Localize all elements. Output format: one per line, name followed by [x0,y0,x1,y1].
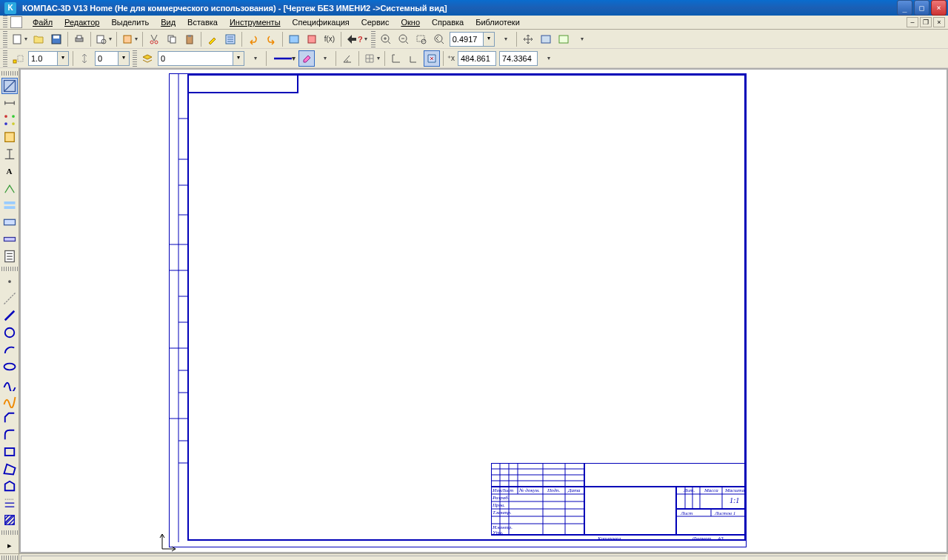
ortho-toggle[interactable] [406,50,422,67]
open-button[interactable] [30,31,47,47]
zoom-prev-button[interactable] [431,31,447,47]
property-bar[interactable] [21,556,947,560]
select-panel-btn[interactable] [1,231,18,247]
layer-more-btn[interactable] [247,50,263,67]
spline-btn[interactable] [1,376,18,392]
zoom-input[interactable] [450,33,483,46]
menu-editor[interactable]: Редактор [59,16,105,28]
layer2-input[interactable] [158,52,233,65]
copy-button[interactable] [164,31,180,47]
spec-panel-btn[interactable] [1,248,18,264]
measure-panel-btn[interactable] [1,214,18,230]
coord-x-input[interactable] [458,52,495,65]
close-button[interactable]: × [931,0,947,16]
minimize-button[interactable]: _ [897,0,912,16]
more-view-button[interactable] [573,31,590,47]
zoom-window-button[interactable] [413,31,430,47]
manager-button[interactable] [120,31,139,47]
eraser-btn[interactable] [298,50,315,67]
doc-manager-button[interactable] [304,31,320,47]
properties-button[interactable] [222,31,238,47]
geometry-panel-btn[interactable] [1,78,18,94]
redo-button[interactable] [263,31,279,47]
coord-more-btn[interactable] [540,50,556,67]
line-btn[interactable] [1,307,18,324]
mdi-minimize-button[interactable]: – [907,17,918,27]
hatch-btn[interactable] [1,512,18,528]
system-menu-icon[interactable] [10,16,22,28]
bezier-btn[interactable] [1,393,18,409]
canvas[interactable]: Изм Лист № докум. Подп. Дата Разраб. Про… [21,70,947,552]
toolbar-grip[interactable] [3,31,7,47]
variables-button[interactable]: f(x) [321,31,338,47]
menu-service[interactable]: Сервис [356,16,395,28]
edit-panel-btn[interactable] [1,129,18,145]
equid-btn[interactable] [1,495,18,511]
angle-btn[interactable] [339,50,356,67]
pan-button[interactable] [520,31,536,47]
coord-toggle[interactable] [424,50,440,67]
mdi-restore-button[interactable]: ❐ [920,17,932,27]
view-panel-btn[interactable] [1,112,18,128]
linetype-dd[interactable]: ▾ [270,50,297,67]
paste-button[interactable] [181,31,198,47]
toolbar-grip[interactable] [3,50,7,67]
brush-button[interactable] [204,31,221,47]
menu-window[interactable]: Окно [395,16,426,28]
library-button[interactable] [286,31,302,47]
menu-libs[interactable]: Библиотеки [470,16,526,28]
rect-btn[interactable] [1,444,18,460]
toolbar-grip[interactable] [133,50,137,67]
zoom-out-button[interactable] [395,31,412,47]
desig-panel-btn[interactable] [1,146,18,162]
menu-select[interactable]: Выделить [105,16,155,28]
menu-grip[interactable] [3,16,7,29]
coord-y-input[interactable] [500,52,537,65]
print-button[interactable] [71,31,87,47]
layer2-combo[interactable]: ▾ [158,51,244,66]
mdi-close-button[interactable]: × [933,17,945,27]
cut-button[interactable] [146,31,162,47]
aux-line-btn[interactable] [1,290,18,307]
text-panel-btn[interactable]: A [1,163,18,179]
grid-btn[interactable] [362,50,381,67]
toolbar-grip[interactable] [1,530,18,535]
step-btn[interactable] [76,50,93,67]
polygon-btn[interactable] [1,461,18,477]
preview-button[interactable] [94,31,113,47]
point-btn[interactable] [1,273,18,290]
chamfer-btn[interactable] [1,410,18,426]
menu-file[interactable]: Файл [27,16,59,28]
circle-btn[interactable] [1,324,18,341]
contour-btn[interactable] [1,478,18,494]
dropdown-icon[interactable]: ▾ [483,33,494,46]
toolbar-grip[interactable] [371,31,375,47]
ortho-btn[interactable] [388,50,404,67]
zoom-combo[interactable]: ▾ [450,32,495,47]
rough-panel-btn[interactable] [1,180,18,196]
toolbar-grip[interactable] [1,267,18,271]
new-button[interactable] [10,31,29,47]
fillet-btn[interactable] [1,427,18,443]
dimensions-panel-btn[interactable] [1,95,18,111]
menu-tools[interactable]: Инструменты [224,16,287,28]
undo-button[interactable] [245,31,261,47]
canvas-area[interactable]: Изм Лист № докум. Подп. Дата Разраб. Про… [19,68,948,553]
save-button[interactable] [48,31,64,47]
expand-btn[interactable]: ▸ [1,537,18,553]
scale-combo[interactable]: ▾ [28,51,69,66]
help-button[interactable]: ? [344,31,369,47]
layer-combo[interactable]: ▾ [95,51,130,66]
ellipse-btn[interactable] [1,359,18,375]
params-panel-btn[interactable] [1,197,18,213]
layer-input[interactable] [96,52,118,65]
eraser-dd[interactable] [316,50,333,67]
layers-btn[interactable] [139,50,156,67]
scale-input[interactable] [29,52,57,65]
menu-help[interactable]: Справка [426,16,470,28]
arc-btn[interactable] [1,341,18,358]
toolbar-grip[interactable] [1,556,18,560]
zoom-all-button[interactable] [538,31,554,47]
toolbar-grip[interactable] [1,71,18,76]
menu-view[interactable]: Вид [155,16,181,28]
